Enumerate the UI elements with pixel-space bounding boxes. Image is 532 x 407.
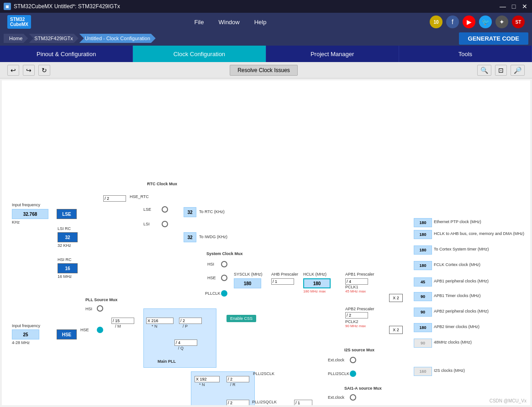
- maximize-button[interactable]: □: [510, 3, 517, 10]
- facebook-icon[interactable]: f: [446, 16, 459, 28]
- sysclk-value[interactable]: 180: [234, 278, 261, 288]
- pll-m-label: / M: [115, 324, 121, 329]
- clk48-label: 48MHz clocks (MHz): [434, 340, 472, 344]
- twitter-icon[interactable]: 🐦: [479, 16, 492, 28]
- hclk-max: 180 MHz max: [303, 289, 326, 293]
- ahb-prescaler-select[interactable]: / 1: [271, 278, 294, 285]
- hclk-value[interactable]: 180: [303, 278, 331, 288]
- hsi-rc-label: HSI RC: [58, 257, 72, 262]
- apb1-x2-box: X 2: [389, 294, 403, 302]
- menu-window[interactable]: Window: [218, 19, 239, 26]
- refresh-button[interactable]: ↻: [38, 65, 50, 76]
- close-button[interactable]: ✕: [521, 3, 528, 10]
- hse-box: HSE: [57, 329, 77, 339]
- lsi-rc-value: 32: [58, 232, 78, 242]
- breadcrumb-home[interactable]: Home: [4, 34, 28, 43]
- pll-q-select[interactable]: / 4: [174, 339, 197, 346]
- plli2s-i2s-radio[interactable]: [350, 370, 356, 377]
- pll-n-label: * N: [152, 324, 158, 329]
- apb1-prescaler-select[interactable]: / 4: [345, 278, 368, 285]
- plli2s-i2s-label: PLLI2SCLK: [328, 371, 349, 376]
- pllclk-sys-radio[interactable]: [221, 290, 227, 297]
- pll-hse-radio[interactable]: [97, 327, 103, 333]
- hse-sys-radio[interactable]: [221, 275, 227, 281]
- plli2sqclk-label: PLLI2SQCLK: [252, 400, 277, 404]
- iwdg-out-val: 32: [184, 232, 196, 242]
- pll-hsi-label: HSI: [85, 307, 92, 311]
- lse-box: LSE: [57, 209, 77, 219]
- sysclk-label: SYSCLK (MHz): [234, 272, 263, 277]
- hse-rtc-label: HSE_RTC: [130, 194, 149, 199]
- rtc-out-val: 32: [184, 207, 196, 217]
- pll-hsi-radio[interactable]: [97, 305, 103, 312]
- apb2-prescaler-select[interactable]: / 2: [345, 312, 368, 318]
- st-icon: ST: [512, 16, 525, 28]
- hclk-ahb-val: 180: [414, 230, 432, 239]
- to-rtc-label: To RTC (KHz): [199, 209, 225, 214]
- input-freq1-value[interactable]: 32.768: [12, 209, 48, 219]
- fit-button[interactable]: ⊡: [495, 65, 507, 76]
- plli2s-n-select[interactable]: X 192: [195, 376, 220, 382]
- tab-tools[interactable]: Tools: [399, 46, 532, 62]
- breadcrumb-current[interactable]: Untitled - Clock Configuration: [79, 34, 156, 43]
- resolve-clock-button[interactable]: Resolve Clock Issues: [230, 65, 298, 76]
- lsi-rc-unit: 32 KHz: [58, 243, 71, 248]
- plli2s-r-select[interactable]: / 2: [226, 376, 249, 382]
- lse-rtc-radio[interactable]: [162, 206, 168, 213]
- pll-m-select[interactable]: / 15: [111, 318, 134, 324]
- input-freq2-label: Input frequency: [12, 324, 40, 328]
- hse-sys-label: HSE: [207, 276, 216, 280]
- ahb-prescaler-label: AHB Prescaler: [271, 272, 298, 277]
- apb2-periph-val: 90: [414, 308, 432, 317]
- hsi-sys-radio[interactable]: [221, 261, 227, 267]
- generate-code-button[interactable]: GENERATE CODE: [459, 32, 528, 45]
- redo-button[interactable]: ↪: [23, 65, 35, 76]
- menu-help[interactable]: Help: [254, 19, 267, 26]
- apb1-prescaler-label: APB1 Prescaler: [345, 272, 374, 277]
- hclk-label: HCLK (MHz): [303, 272, 327, 277]
- youtube-icon[interactable]: ▶: [463, 16, 475, 28]
- i2s-ext-radio[interactable]: [350, 357, 356, 363]
- pclk2-label: PCLK2: [345, 319, 358, 324]
- plli2s-i2s-div-select[interactable]: / 1: [294, 400, 312, 405]
- hclk-ahb-label: HCLK to AHB bus, core, memory and DMA (M…: [434, 231, 524, 236]
- fclk-cortex-val: 180: [414, 261, 432, 270]
- zoom-in-button[interactable]: 🔍: [477, 65, 491, 76]
- apb1-periph-label: APB1 peripheral clocks (MHz): [434, 279, 489, 283]
- clock-canvas: Input frequency 32.768 KHz LSE LSI RC 32…: [2, 80, 530, 405]
- apb2-periph-label: APB2 peripheral clocks (MHz): [434, 309, 489, 313]
- pll-n-select[interactable]: X 216: [146, 318, 174, 324]
- input-freq2-value[interactable]: 25: [12, 329, 39, 339]
- hse-rtc-div-select[interactable]: / 2: [103, 195, 126, 202]
- sai1a-src-mux-label: SAI1-A source Mux: [344, 386, 382, 391]
- tab-pinout[interactable]: Pinout & Configuration: [0, 46, 133, 62]
- tab-bar: Pinout & Configuration Clock Configurati…: [0, 46, 532, 62]
- tab-project[interactable]: Project Manager: [266, 46, 399, 62]
- tab-clock[interactable]: Clock Configuration: [133, 46, 266, 62]
- breadcrumb-device[interactable]: STM32F429IGTx: [29, 34, 78, 43]
- sai1a-ext-radio[interactable]: [350, 394, 356, 401]
- award-icon: 10: [430, 16, 442, 28]
- lsi-rtc-radio[interactable]: [162, 221, 168, 227]
- menu-file[interactable]: File: [195, 19, 204, 26]
- lsi-rtc-label: LSI: [143, 222, 150, 226]
- plli2s-n-label: * N: [199, 382, 205, 387]
- clk48-val: 90: [414, 339, 432, 348]
- i2s-label: I2S clocks (MHz): [434, 368, 465, 373]
- menu-items: File Window Help: [49, 19, 411, 26]
- input-freq2-unit: 4-28 MHz: [12, 340, 30, 345]
- apb1-timer-val: 90: [414, 292, 432, 301]
- enable-css-button[interactable]: Enable CSS: [226, 315, 256, 322]
- rtc-clk-mux-label: RTC Clock Mux: [147, 182, 177, 186]
- plli2s-q-select[interactable]: / 2: [226, 400, 249, 405]
- pll-p-select[interactable]: / 2: [179, 318, 202, 324]
- apb2-timer-label: APB2 timer clocks (MHz): [434, 324, 479, 329]
- hsi-rc-unit: 16 MHz: [58, 274, 72, 279]
- apb1-periph-val: 45: [414, 277, 432, 287]
- minimize-button[interactable]: —: [499, 3, 506, 10]
- zoom-out-button[interactable]: 🔎: [511, 65, 525, 76]
- cortex-timer-val: 180: [414, 245, 432, 255]
- lse-rtc-label: LSE: [143, 207, 151, 212]
- undo-button[interactable]: ↩: [7, 65, 19, 76]
- network-icon[interactable]: ✦: [495, 16, 508, 28]
